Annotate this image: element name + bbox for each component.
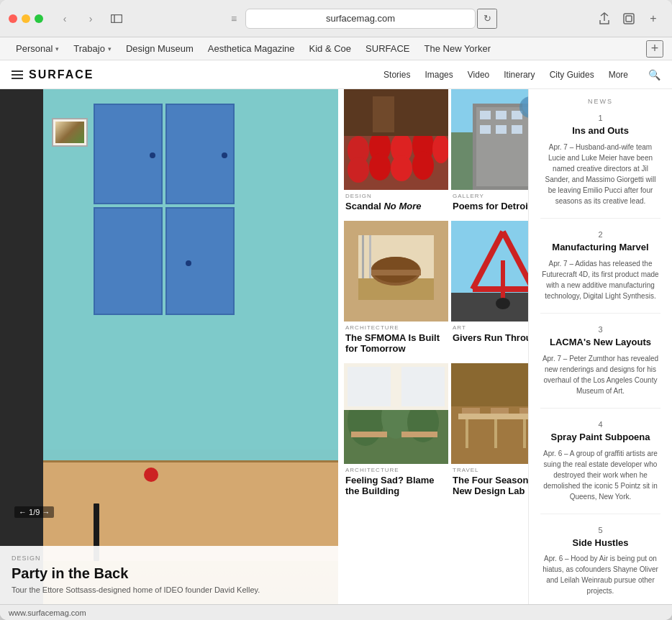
- site-logo[interactable]: SURFACE: [12, 68, 94, 81]
- bookmark-kid-coe[interactable]: Kid & Coe: [302, 40, 359, 57]
- toolbar-right: +: [594, 9, 663, 29]
- back-button[interactable]: ‹: [55, 9, 75, 29]
- sidebar-toggle-button[interactable]: [106, 9, 127, 29]
- svg-rect-65: [491, 408, 509, 414]
- hero-nav-indicator[interactable]: ← 1/9 →: [14, 506, 54, 518]
- new-tab-button[interactable]: [619, 9, 639, 29]
- grid-image-detroit: [451, 89, 528, 190]
- add-tab-plus-button[interactable]: +: [643, 9, 663, 29]
- nav-link-video[interactable]: Video: [468, 70, 489, 80]
- news-title[interactable]: Spray Paint Subpoena: [540, 432, 660, 444]
- search-icon[interactable]: 🔍: [648, 69, 660, 81]
- nav-link-images[interactable]: Images: [424, 70, 453, 80]
- hero-category: DESIGN: [12, 555, 327, 562]
- svg-point-13: [391, 155, 412, 181]
- svg-rect-39: [451, 293, 528, 322]
- nav-link-city-guides[interactable]: City Guides: [550, 70, 594, 80]
- news-text: Apr. 7 – Peter Zumthor has revealed new …: [540, 353, 660, 396]
- svg-rect-37: [369, 235, 371, 278]
- grid-item-givers[interactable]: ART Givers Run Through It: [451, 221, 528, 360]
- content-grid: DESIGN Scandal No More: [338, 89, 528, 604]
- svg-rect-64: [462, 408, 480, 414]
- svg-rect-25: [496, 125, 507, 134]
- svg-rect-61: [494, 419, 497, 448]
- news-text: Apr. 6 – Hood by Air is being put on hia…: [540, 553, 660, 596]
- svg-rect-26: [512, 125, 522, 134]
- nav-link-itinerary[interactable]: Itinerary: [504, 70, 535, 80]
- bookmark-aesthetica[interactable]: Aesthetica Magazine: [201, 40, 302, 57]
- news-item-2: 2 Manufacturing Marvel Apr. 7 – Adidas h…: [540, 230, 660, 314]
- hero-title: Party in the Back: [12, 565, 327, 582]
- title-bar: ‹ › ≡ surfacemag.com ↻: [0, 0, 672, 37]
- hero-image: [0, 89, 338, 604]
- hero-section[interactable]: ← 1/9 → DESIGN Party in the Back Tour th…: [0, 89, 338, 604]
- bookmark-design-museum[interactable]: Design Museum: [119, 40, 201, 57]
- forward-button[interactable]: ›: [81, 9, 101, 29]
- grid-item-scandal[interactable]: DESIGN Scandal No More: [344, 89, 448, 218]
- news-item-1: 1 Ins and Outs Apr. 7 – Husband-and-wife…: [540, 114, 660, 219]
- grid-item-sfmoma[interactable]: ARCHITECTURE The SFMOMA Is Built for Tom…: [344, 221, 448, 360]
- news-number: 1: [540, 114, 660, 122]
- grid-item-title-givers: Givers Run Through It: [453, 332, 528, 344]
- grid-item-fourseasons[interactable]: TRAVEL The Four Seasons's New Design Lab: [451, 363, 528, 503]
- svg-rect-36: [362, 235, 364, 278]
- grid-item-title-feeling: Feeling Sad? Blame the Building: [345, 475, 447, 497]
- news-number: 4: [540, 420, 660, 429]
- sidebar-section-header: NEWS: [540, 98, 660, 105]
- hero-description: Tour the Ettore Sottsass-designed home o…: [12, 585, 327, 596]
- hamburger-icon[interactable]: [12, 70, 23, 79]
- address-bar[interactable]: surfacemag.com: [245, 9, 476, 29]
- news-title[interactable]: LACMA's New Layouts: [540, 337, 660, 349]
- fullscreen-button[interactable]: [35, 14, 43, 23]
- news-title[interactable]: Side Hustles: [540, 537, 660, 550]
- grid-item-feeling[interactable]: ARCHITECTURE Feeling Sad? Blame the Buil…: [344, 363, 448, 503]
- grid-item-detroit[interactable]: GALLERY Poems for Detroit: [451, 89, 528, 218]
- nav-link-more[interactable]: More: [609, 70, 628, 80]
- bookmarks-bar: Personal ▾ Trabajo ▾ Design Museum Aesth…: [0, 37, 672, 60]
- grid-item-info-sfmoma: ARCHITECTURE The SFMOMA Is Built for Tom…: [344, 322, 448, 360]
- grid-item-category: ARCHITECTURE: [345, 467, 447, 473]
- add-bookmark-button[interactable]: +: [646, 40, 663, 58]
- news-title[interactable]: Manufacturing Marvel: [540, 242, 660, 254]
- reload-button[interactable]: ↻: [477, 9, 497, 29]
- url-text: surfacemag.com: [326, 13, 395, 24]
- svg-rect-2: [624, 14, 634, 24]
- bookmark-new-yorker[interactable]: The New Yorker: [417, 40, 499, 57]
- svg-point-14: [412, 151, 434, 180]
- share-button[interactable]: [594, 9, 614, 29]
- grid-image-givers: [451, 221, 528, 322]
- grid-item-category: ART: [453, 324, 528, 331]
- news-text: Apr. 7 – Adidas has released the Futurec…: [540, 258, 660, 301]
- svg-rect-21: [480, 111, 491, 119]
- svg-point-44: [496, 298, 510, 309]
- svg-rect-59: [458, 414, 528, 419]
- bookmark-surface[interactable]: SURFACE: [358, 40, 417, 57]
- close-button[interactable]: [9, 14, 17, 23]
- bookmark-personal[interactable]: Personal ▾: [9, 40, 66, 57]
- svg-point-12: [369, 153, 391, 181]
- svg-rect-66: [519, 408, 528, 414]
- nav-link-stories[interactable]: Stories: [383, 70, 410, 80]
- grid-item-title-sfmoma: The SFMOMA Is Built for Tomorrow: [345, 332, 447, 355]
- news-item-3: 3 LACMA's New Layouts Apr. 7 – Peter Zum…: [540, 325, 660, 409]
- grid-item-info-givers: ART Givers Run Through It: [451, 322, 528, 350]
- news-title[interactable]: Ins and Outs: [540, 125, 660, 137]
- news-number: 2: [540, 230, 660, 239]
- svg-rect-22: [496, 111, 507, 119]
- grid-item-category: TRAVEL: [453, 467, 528, 473]
- news-item-4: 4 Spray Paint Subpoena Apr. 6 – A group …: [540, 420, 660, 514]
- news-item-5: 5 Side Hustles Apr. 6 – Hood by Air is b…: [540, 526, 660, 604]
- grid-row-3: ARCHITECTURE Feeling Sad? Blame the Buil…: [344, 363, 522, 503]
- bookmark-trabajo[interactable]: Trabajo ▾: [66, 40, 119, 57]
- hamburger-menu-button[interactable]: ≡: [224, 9, 244, 29]
- traffic-lights: [9, 14, 43, 23]
- main-content-area: ← 1/9 → DESIGN Party in the Back Tour th…: [0, 89, 672, 604]
- right-sidebar: NEWS 1 Ins and Outs Apr. 7 – Husband-and…: [528, 89, 672, 604]
- chevron-down-icon: ▾: [108, 45, 112, 53]
- svg-rect-54: [401, 367, 445, 406]
- grid-item-category: GALLERY: [453, 193, 528, 199]
- minimize-button[interactable]: [22, 14, 30, 23]
- svg-rect-24: [480, 125, 491, 134]
- svg-rect-60: [466, 419, 468, 448]
- svg-rect-62: [523, 419, 526, 448]
